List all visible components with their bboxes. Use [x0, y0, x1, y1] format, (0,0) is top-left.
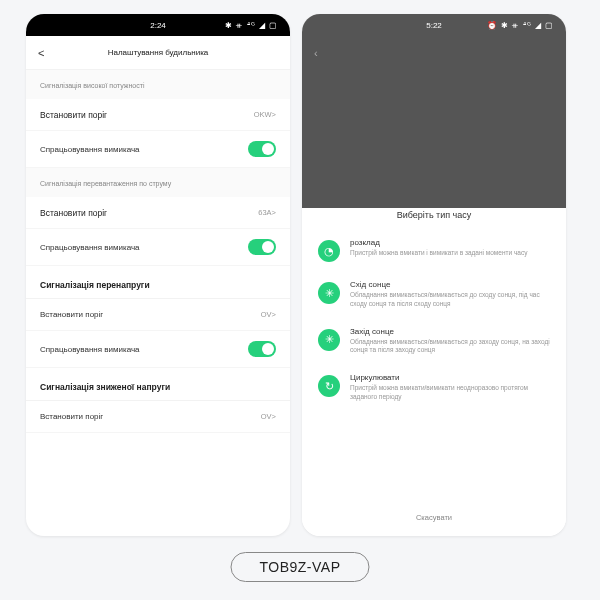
bottom-sheet: Виберіть тип часу ◔ розклад Пристрій мож…	[302, 198, 566, 536]
row-breaker-2: Спрацьовування вимикача	[26, 229, 290, 266]
status-icons: ✱ ᚑ ⁴ᴳ ◢ ▢	[225, 21, 278, 30]
back-icon: ‹	[314, 47, 328, 59]
option-title: Захід сонце	[350, 327, 550, 336]
option-desc: Пристрій можна вмикати/вимикати неоднора…	[350, 384, 550, 402]
status-icons: ⏰ ✱ ᚑ ⁴ᴳ ◢ ▢	[487, 21, 554, 30]
row-label: Спрацьовування вимикача	[40, 243, 140, 252]
option-schedule[interactable]: ◔ розклад Пристрій можна вмикати і вимик…	[302, 230, 566, 272]
toggle-switch[interactable]	[248, 141, 276, 157]
status-bar: 2:24 ✱ ᚑ ⁴ᴳ ◢ ▢	[26, 14, 290, 36]
row-label: Встановити поріг	[40, 110, 107, 120]
row-breaker-3: Спрацьовування вимикача	[26, 331, 290, 368]
option-title: Схід сонце	[350, 280, 550, 289]
row-label: Встановити поріг	[40, 208, 107, 218]
phone-right: 5:22 ⏰ ✱ ᚑ ⁴ᴳ ◢ ▢ ‹ Виберіть тип часу ◔ …	[302, 14, 566, 536]
row-threshold-1[interactable]: Встановити поріг OKW>	[26, 99, 290, 131]
row-breaker-1: Спрацьовування вимикача	[26, 131, 290, 168]
header: < Налаштування будильника	[26, 36, 290, 70]
back-icon[interactable]: <	[38, 47, 52, 59]
row-label: Спрацьовування вимикача	[40, 145, 140, 154]
row-label: Встановити поріг	[40, 310, 103, 319]
row-value: OV>	[261, 310, 276, 319]
dimmed-background: 5:22 ⏰ ✱ ᚑ ⁴ᴳ ◢ ▢ ‹	[302, 14, 566, 208]
option-desc: Пристрій можна вмикати і вимикати в зада…	[350, 249, 550, 258]
row-threshold-2[interactable]: Встановити поріг 63A>	[26, 197, 290, 229]
row-label: Спрацьовування вимикача	[40, 345, 140, 354]
section-overcurrent: Сигналізація перевантаження по струму	[26, 168, 290, 197]
clock-icon: ◔	[318, 240, 340, 262]
option-circulate[interactable]: ↻ Циркулювати Пристрій можна вмикати/вим…	[302, 365, 566, 412]
dim-header: ‹	[302, 36, 566, 70]
cancel-button[interactable]: Скасувати	[302, 501, 566, 528]
row-value: OKW>	[254, 110, 276, 119]
row-label: Встановити поріг	[40, 412, 103, 421]
toggle-switch[interactable]	[248, 239, 276, 255]
section-overvoltage: Сигналізація перенапруги	[26, 266, 290, 299]
option-desc: Обладнання вимикається/вимикається до за…	[350, 338, 550, 356]
row-value: OV>	[261, 412, 276, 421]
option-sunrise[interactable]: ✳ Схід сонце Обладнання вимикається/вими…	[302, 272, 566, 319]
option-sunset[interactable]: ✳ Захід сонце Обладнання вимикається/вим…	[302, 319, 566, 366]
sunset-icon: ✳	[318, 329, 340, 351]
option-title: Циркулювати	[350, 373, 550, 382]
cycle-icon: ↻	[318, 375, 340, 397]
row-threshold-4[interactable]: Встановити поріг OV>	[26, 401, 290, 433]
row-value: 63A>	[258, 208, 276, 217]
model-badge: TOB9Z-VAP	[230, 552, 369, 582]
row-threshold-3[interactable]: Встановити поріг OV>	[26, 299, 290, 331]
option-desc: Обладнання вимикається/вимикається до сх…	[350, 291, 550, 309]
phone-left: 2:24 ✱ ᚑ ⁴ᴳ ◢ ▢ < Налаштування будильник…	[26, 14, 290, 536]
section-undervoltage: Сигналізація зниженої напруги	[26, 368, 290, 401]
sunrise-icon: ✳	[318, 282, 340, 304]
section-high-power: Сигналізація високої потужності	[26, 70, 290, 99]
option-title: розклад	[350, 238, 550, 247]
status-bar: 5:22 ⏰ ✱ ᚑ ⁴ᴳ ◢ ▢	[302, 14, 566, 36]
toggle-switch[interactable]	[248, 341, 276, 357]
page-title: Налаштування будильника	[52, 48, 264, 57]
